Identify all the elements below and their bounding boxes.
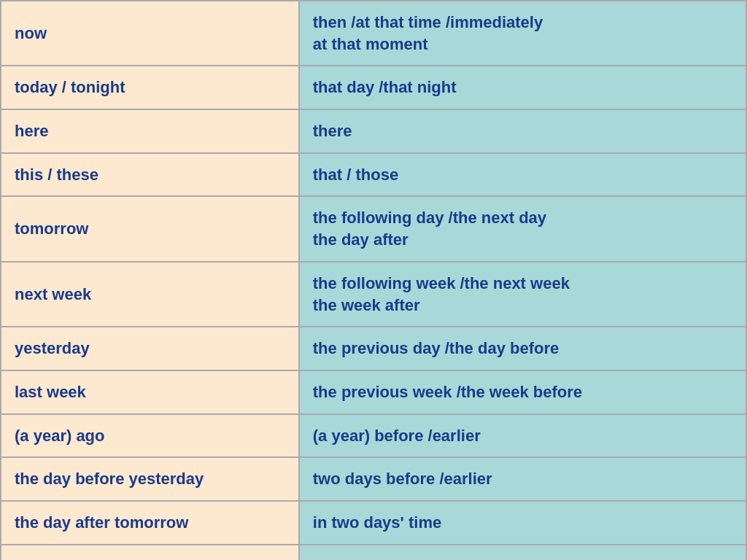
left-cell-10: the day after tomorrow xyxy=(1,501,299,545)
right-cell-4: the following day /the next daythe day a… xyxy=(299,196,746,261)
right-cell-11: go xyxy=(299,545,746,560)
left-cell-2: here xyxy=(1,109,299,153)
table-row: last weekthe previous week /the week bef… xyxy=(1,370,746,414)
left-cell-5: next week xyxy=(1,262,299,327)
right-cell-10: in two days' time xyxy=(299,501,746,545)
table-row: herethere xyxy=(1,109,746,153)
left-cell-6: yesterday xyxy=(1,327,299,370)
right-cell-5: the following week /the next weekthe wee… xyxy=(299,262,746,327)
left-cell-11: come xyxy=(1,545,299,560)
table-row: next weekthe following week /the next we… xyxy=(1,262,746,327)
left-cell-7: last week xyxy=(1,370,299,414)
reference-table: nowthen /at that time /immediatelyat tha… xyxy=(0,0,747,560)
left-cell-4: tomorrow xyxy=(1,196,299,261)
right-cell-8: (a year) before /earlier xyxy=(299,414,746,458)
right-cell-2: there xyxy=(299,109,746,153)
table-row: the day after tomorrowin two days' time xyxy=(1,501,746,545)
table-row: the day before yesterdaytwo days before … xyxy=(1,457,746,501)
table-row: this / thesethat / those xyxy=(1,153,746,197)
table-row: comego xyxy=(1,545,746,560)
right-cell-6: the previous day /the day before xyxy=(299,327,746,370)
table-row: tomorrowthe following day /the next dayt… xyxy=(1,196,746,261)
left-cell-0: now xyxy=(1,1,299,66)
right-cell-7: the previous week /the week before xyxy=(299,370,746,414)
left-cell-9: the day before yesterday xyxy=(1,457,299,501)
left-cell-8: (a year) ago xyxy=(1,414,299,458)
right-cell-3: that / those xyxy=(299,153,746,197)
table-row: yesterdaythe previous day /the day befor… xyxy=(1,327,746,370)
left-cell-3: this / these xyxy=(1,153,299,197)
right-cell-0: then /at that time /immediatelyat that m… xyxy=(299,1,746,66)
right-cell-9: two days before /earlier xyxy=(299,457,746,501)
table-row: today / tonightthat day /that night xyxy=(1,66,746,109)
right-cell-1: that day /that night xyxy=(299,66,746,109)
table-row: nowthen /at that time /immediatelyat tha… xyxy=(1,1,746,66)
left-cell-1: today / tonight xyxy=(1,66,299,109)
table-row: (a year) ago(a year) before /earlier xyxy=(1,414,746,458)
